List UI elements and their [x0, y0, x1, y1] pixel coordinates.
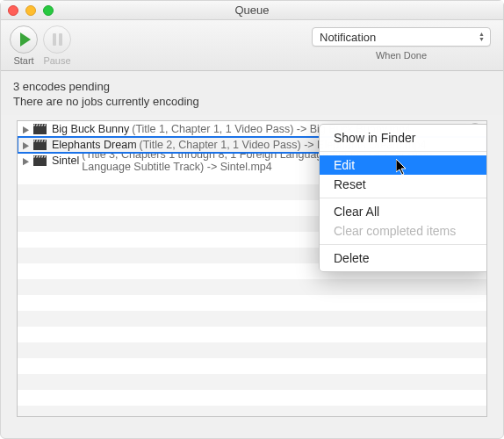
- clapperboard-icon: [33, 140, 47, 150]
- queue-window: Queue Start Pause Notification ▲▼ When D…: [0, 0, 504, 439]
- chevron-updown-icon: ▲▼: [479, 32, 485, 42]
- toolbar: Start Pause Notification ▲▼ When Done: [1, 20, 503, 71]
- pause-button-label: Pause: [43, 55, 70, 66]
- titlebar: Queue: [1, 1, 503, 20]
- queue-list[interactable]: ▶ Big Buck Bunny (Title 1, Chapter 1, 1 …: [17, 120, 487, 417]
- context-menu: Show in Finder Edit Reset Clear All Clea…: [319, 124, 487, 272]
- when-done-select-value: Notification: [320, 31, 376, 44]
- play-icon: [20, 32, 31, 47]
- pause-icon: [53, 33, 62, 46]
- menu-item-show-in-finder[interactable]: Show in Finder: [320, 128, 487, 148]
- clapperboard-icon: [33, 155, 47, 166]
- when-done-select[interactable]: Notification ▲▼: [312, 27, 491, 47]
- menu-separator: [320, 151, 487, 152]
- start-button[interactable]: [10, 25, 38, 54]
- pause-button[interactable]: [43, 25, 71, 54]
- menu-item-clear-completed: Clear completed items: [320, 221, 487, 241]
- window-title: Queue: [1, 4, 503, 17]
- menu-item-reset[interactable]: Reset: [320, 175, 487, 194]
- menu-separator: [320, 198, 487, 198]
- disclosure-triangle-icon[interactable]: ▶: [23, 124, 29, 134]
- menu-item-edit[interactable]: Edit: [320, 155, 487, 175]
- disclosure-triangle-icon[interactable]: ▶: [23, 155, 29, 166]
- status-current: There are no jobs currently encoding: [13, 95, 491, 108]
- job-name: Elephants Dream: [52, 139, 137, 151]
- clapperboard-icon: [33, 124, 47, 134]
- disclosure-triangle-icon[interactable]: ▶: [23, 140, 29, 150]
- svg-rect-14: [33, 158, 47, 166]
- start-button-label: Start: [13, 55, 33, 66]
- job-name: Sintel: [52, 155, 79, 167]
- when-done-label: When Done: [376, 50, 427, 61]
- status-pending: 3 encodes pending: [13, 80, 491, 93]
- svg-rect-0: [33, 126, 47, 134]
- status-area: 3 encodes pending There are no jobs curr…: [1, 71, 503, 115]
- menu-item-delete[interactable]: Delete: [320, 248, 487, 268]
- svg-rect-7: [33, 142, 47, 150]
- job-name: Big Buck Bunny: [52, 123, 129, 135]
- menu-item-clear-all[interactable]: Clear All: [320, 202, 487, 221]
- menu-separator: [320, 244, 487, 245]
